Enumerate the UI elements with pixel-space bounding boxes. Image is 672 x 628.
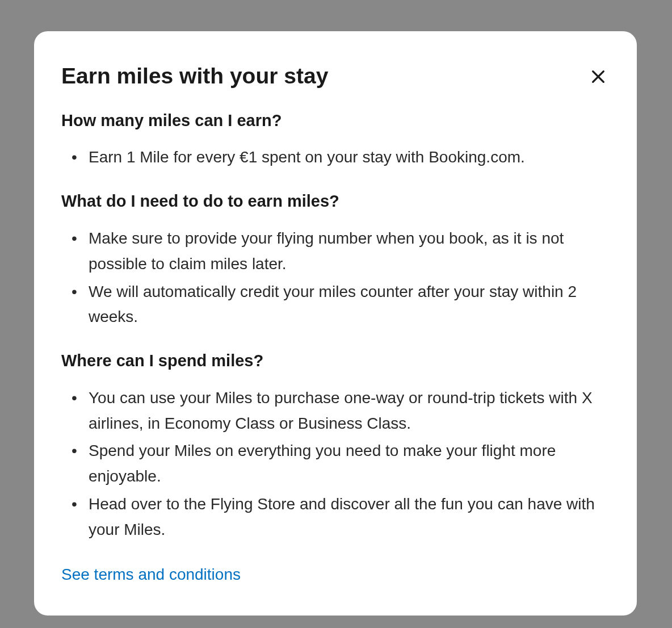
bullet-list: Earn 1 Mile for every €1 spent on your s…	[61, 145, 610, 170]
section-where-to-spend: Where can I spend miles? You can use you…	[61, 350, 610, 542]
list-item: Earn 1 Mile for every €1 spent on your s…	[61, 145, 610, 170]
list-item: Make sure to provide your flying number …	[61, 226, 610, 277]
section-heading: How many miles can I earn?	[61, 110, 610, 132]
modal-title: Earn miles with your stay	[61, 63, 328, 90]
terms-and-conditions-link[interactable]: See terms and conditions	[61, 566, 241, 584]
miles-info-modal: Earn miles with your stay How many miles…	[34, 31, 637, 616]
list-item: You can use your Miles to purchase one-w…	[61, 386, 610, 437]
list-item: Head over to the Flying Store and discov…	[61, 492, 610, 543]
bullet-list: Make sure to provide your flying number …	[61, 226, 610, 330]
section-how-many-miles: How many miles can I earn? Earn 1 Mile f…	[61, 110, 610, 170]
modal-header: Earn miles with your stay	[61, 63, 610, 90]
list-item: We will automatically credit your miles …	[61, 279, 610, 330]
bullet-list: You can use your Miles to purchase one-w…	[61, 386, 610, 543]
section-heading: What do I need to do to earn miles?	[61, 191, 610, 212]
close-button[interactable]	[587, 65, 610, 88]
close-icon	[589, 68, 607, 86]
list-item: Spend your Miles on everything you need …	[61, 438, 610, 489]
section-heading: Where can I spend miles?	[61, 350, 610, 372]
section-how-to-earn: What do I need to do to earn miles? Make…	[61, 191, 610, 330]
